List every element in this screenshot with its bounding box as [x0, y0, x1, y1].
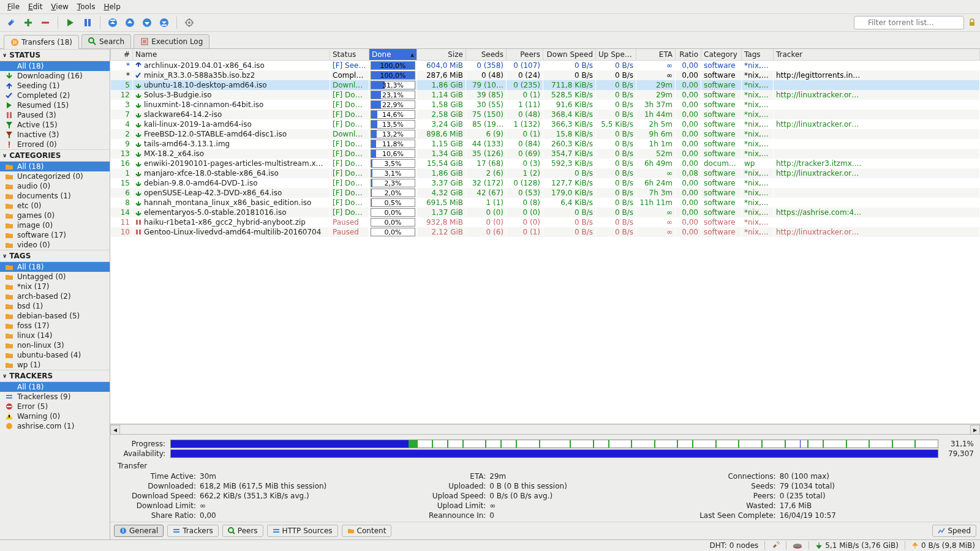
menu-view[interactable]: View [47, 1, 72, 12]
dtab-peers[interactable]: Peers [222, 525, 263, 537]
torrent-row[interactable]: 2FreeBSD-12.0-STABLE-amd64-disc1.isoDown… [111, 129, 980, 139]
sidebar-item[interactable]: linux (14) [0, 331, 110, 340]
settings-button[interactable] [182, 15, 197, 30]
column-header[interactable]: Seeds [466, 49, 507, 61]
tab-execlog[interactable]: Execution Log [134, 34, 209, 48]
column-header[interactable]: Ratio [676, 49, 701, 61]
column-header[interactable]: Down Speed [543, 49, 596, 61]
tab-transfers[interactable]: Transfers (18) [4, 35, 79, 49]
horizontal-scrollbar[interactable]: ◂▸ [110, 424, 980, 434]
sidebar-item[interactable]: Resumed (15) [0, 100, 110, 110]
sidebar-item[interactable]: Uncategorized (0) [0, 171, 110, 181]
torrent-row[interactable]: 5ubuntu-18.10-desktop-amd64.isoDownlo…31… [111, 80, 980, 90]
torrent-row[interactable]: 4kali-linux-2019-1a-amd64-iso[F] Dow…13,… [111, 119, 980, 129]
trackers-header[interactable]: ∨TRACKERS [0, 370, 110, 382]
column-header[interactable]: Peers [507, 49, 543, 61]
dtab-content[interactable]: Content [342, 525, 392, 537]
column-header[interactable]: Tracker [774, 49, 980, 61]
add-torrent-button[interactable] [21, 15, 36, 30]
status-header[interactable]: ∨STATUS [0, 49, 110, 61]
move-bottom-button[interactable] [157, 15, 172, 30]
column-header[interactable]: Tags [742, 49, 774, 61]
sidebar-item[interactable]: Error (5) [0, 402, 110, 411]
torrent-row[interactable]: 10Gentoo-Linux-livedvd-amd64-multilib-20… [111, 227, 980, 237]
sidebar-item[interactable]: All (18) [0, 262, 110, 272]
menu-file[interactable]: File [4, 1, 23, 12]
alt-speed-icon[interactable] [793, 542, 802, 549]
torrent-row[interactable]: 12Solus-3-Budgie.iso[F] Dow…23,1%1,14 Gi… [111, 90, 980, 100]
menu-edit[interactable]: Edit [24, 1, 46, 12]
sidebar-item[interactable]: documents (1) [0, 191, 110, 201]
sidebar-item[interactable]: wp (1) [0, 360, 110, 370]
pause-button[interactable] [80, 15, 95, 30]
sidebar-item[interactable]: *nix (17) [0, 282, 110, 291]
column-header[interactable]: Status [330, 49, 369, 61]
lock-icon[interactable] [968, 18, 976, 27]
sidebar-item[interactable]: Trackerless (9) [0, 392, 110, 402]
sidebar-item[interactable]: video (0) [0, 240, 110, 250]
sidebar-item[interactable]: Downloading (16) [0, 71, 110, 81]
remove-torrent-button[interactable] [38, 15, 53, 30]
sidebar-item[interactable]: Active (15) [0, 120, 110, 130]
column-header[interactable]: Name [133, 49, 330, 61]
sidebar-item[interactable]: All (18) [0, 162, 110, 171]
sidebar-item[interactable]: Seeding (1) [0, 81, 110, 91]
sidebar-item[interactable]: Errored (0) [0, 140, 110, 149]
plug-icon[interactable] [771, 541, 780, 550]
move-top-button[interactable] [105, 15, 120, 30]
sidebar-item[interactable]: All (18) [0, 382, 110, 392]
sidebar-item[interactable]: Untagged (0) [0, 272, 110, 282]
torrent-row[interactable]: 9tails-amd64-3.13.1.img[F] Dow…11,8%1,15… [111, 139, 980, 149]
torrent-row[interactable]: *minix_R3.3.0-588a35b.iso.bz2Comple…100,… [111, 70, 980, 80]
sidebar-item[interactable]: bsd (1) [0, 301, 110, 311]
torrent-row[interactable]: 1manjaro-xfce-18.0-stable-x86_64.iso[F] … [111, 168, 980, 178]
column-header[interactable]: Category [701, 49, 742, 61]
menu-help[interactable]: Help [100, 1, 124, 12]
resume-button[interactable] [63, 15, 78, 30]
dtab-general[interactable]: iGeneral [114, 525, 164, 537]
sidebar-item[interactable]: ashrise.com (1) [0, 421, 110, 431]
open-link-button[interactable] [4, 15, 18, 30]
dtab-http[interactable]: HTTP Sources [267, 525, 338, 537]
torrent-row[interactable]: 8hannah_montana_linux_x86_basic_edition.… [111, 198, 980, 208]
filter-input[interactable] [854, 16, 964, 29]
sidebar-item[interactable]: image (0) [0, 220, 110, 230]
dtab-speed[interactable]: Speed [932, 525, 976, 537]
torrent-row[interactable]: 3linuxmint-18-cinnamon-64bit.iso[F] Dow…… [111, 100, 980, 110]
tags-header[interactable]: ∨TAGS [0, 250, 110, 262]
sidebar-item[interactable]: arch-based (2) [0, 291, 110, 301]
menu-tools[interactable]: Tools [74, 1, 99, 12]
column-header[interactable]: ETA [636, 49, 676, 61]
dtab-trackers[interactable]: Trackers [167, 525, 219, 537]
torrent-row[interactable]: 16enwiki-20190101-pages-articles-multist… [111, 159, 980, 168]
sidebar-item[interactable]: debian-based (5) [0, 311, 110, 321]
sidebar-item[interactable]: Completed (2) [0, 91, 110, 100]
sidebar-item[interactable]: non-linux (3) [0, 340, 110, 350]
tab-search[interactable]: Search [81, 34, 131, 48]
sidebar-item[interactable]: etc (0) [0, 201, 110, 211]
sidebar-item[interactable]: foss (17) [0, 321, 110, 331]
column-header[interactable]: Up Speed [596, 49, 636, 61]
sidebar-item[interactable]: software (17) [0, 230, 110, 240]
dht-status[interactable]: DHT: 0 nodes [710, 541, 759, 550]
torrent-row[interactable]: 7slackware64-14.2-iso[F] Dow…14,6%2,58 G… [111, 110, 980, 119]
column-header[interactable]: Done ▴ [369, 49, 417, 61]
sidebar-item[interactable]: Inactive (3) [0, 130, 110, 140]
torrent-row[interactable]: *archlinux-2019.04.01-x86_64.iso[F] Seed… [111, 61, 980, 71]
sidebar-item[interactable]: All (18) [0, 61, 110, 71]
torrent-row[interactable]: 15debian-9.8.0-amd64-DVD-1.iso[F] Dow…2,… [111, 178, 980, 188]
sidebar-item[interactable]: games (0) [0, 211, 110, 220]
sidebar-item[interactable]: Paused (3) [0, 110, 110, 120]
sidebar-item[interactable]: audio (0) [0, 181, 110, 191]
torrent-row[interactable]: 11haiku-r1beta1-x86_gcc2_hybrid-anyboot.… [111, 217, 980, 227]
categories-header[interactable]: ∨CATEGORIES [0, 149, 110, 162]
sidebar-item[interactable]: Warning (0) [0, 411, 110, 421]
column-header[interactable]: # [111, 49, 133, 61]
up-speed-status[interactable]: 0 B/s (9,8 MiB) [911, 541, 975, 550]
torrent-row[interactable]: 13MX-18.2_x64.iso[F] Dow…10,6%1,34 GiB35… [111, 149, 980, 159]
column-header[interactable]: Size [417, 49, 466, 61]
torrent-grid[interactable]: #NameStatusDone ▴SizeSeedsPeersDown Spee… [110, 49, 980, 424]
sidebar-item[interactable]: ubuntu-based (4) [0, 350, 110, 360]
torrent-row[interactable]: 6openSUSE-Leap-42.3-DVD-x86_64.iso[F] Do… [111, 188, 980, 198]
down-speed-status[interactable]: 5,1 MiB/s (3,76 GiB) [815, 541, 899, 550]
